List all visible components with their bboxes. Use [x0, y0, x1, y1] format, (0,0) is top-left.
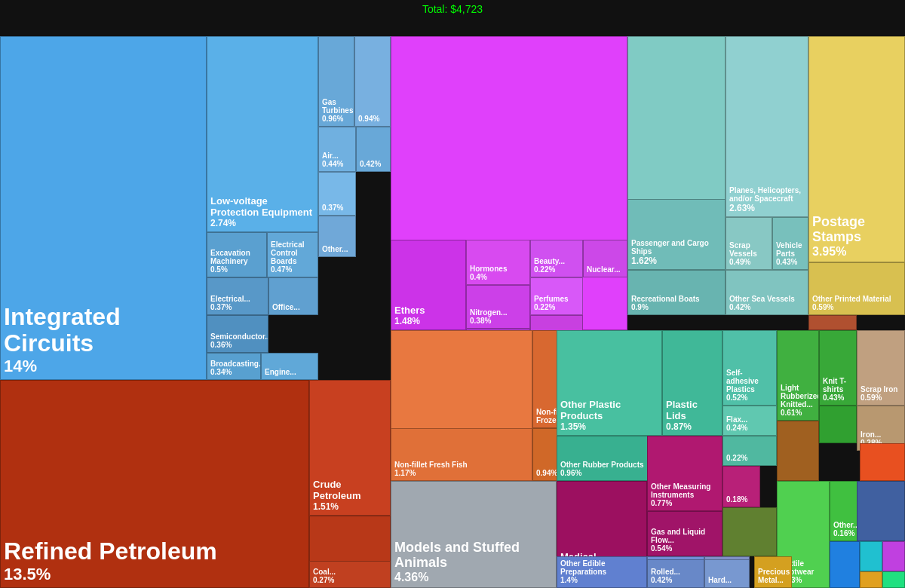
- other-measuring: Other Measuring Instruments0.77%: [647, 436, 722, 511]
- cell-label-vehicle-parts: Vehicle Parts: [776, 241, 805, 258]
- electrical-control: Electrical Control Boards0.47%: [267, 232, 318, 277]
- cell-label-crude-petroleum: Crude Petroleum: [313, 479, 387, 501]
- other-rubber: Other Rubber Products0.96%: [557, 436, 662, 481]
- misc1: [777, 421, 819, 481]
- ethers: Ethers1.48%: [391, 240, 466, 330]
- cell-pct-plastic-lids: 0.87%: [666, 421, 719, 432]
- cell-label-coal-small: Coal...: [313, 568, 387, 576]
- other-printed: Other Printed Material0.59%: [808, 262, 905, 315]
- plastic-lids: Plastic Lids0.87%: [662, 330, 722, 436]
- broadcasting: Broadcasting...0.34%: [207, 353, 261, 380]
- rolled: Rolled...0.42%: [647, 559, 704, 588]
- color-blocks: [860, 443, 905, 481]
- other2: Other...: [318, 216, 356, 257]
- cell-label-ethers: Ethers: [394, 305, 462, 316]
- cell-pct-integrated-circuits: 14%: [4, 357, 203, 376]
- nitrogen: Nitrogen...0.38%: [466, 285, 530, 329]
- cell-label-low-voltage: Low-voltage Protection Equipment: [210, 196, 314, 218]
- cell-pct-small1: 0.42%: [360, 160, 387, 168]
- other-edible2: Other Edible Preparations1.4%: [557, 556, 647, 588]
- cell-pct-scrap-vessels: 0.49%: [729, 258, 768, 266]
- cell-label-self-adhesive: Self-adhesive Plastics: [726, 369, 773, 394]
- cell-pct-coal-small: 0.27%: [313, 576, 387, 584]
- precious-metal: Precious Metal...: [754, 556, 792, 588]
- cell-label-rolled: Rolled...: [651, 568, 701, 576]
- cell-label-refined-petroleum: Refined Petroleum: [4, 538, 305, 565]
- cell-label-other-edible2: Other Edible Preparations: [560, 559, 643, 576]
- cell-pct-postage-stamps: 3.95%: [812, 245, 901, 259]
- electrical2: Electrical...0.37%: [207, 277, 268, 315]
- cell-pct-passenger-cargo: 1.62%: [631, 256, 722, 266]
- cell-pct-small3: 0.22%: [726, 454, 773, 462]
- cell-pct-gas-turbines: 0.96%: [322, 115, 351, 123]
- office: Office...: [268, 277, 318, 315]
- cell-label-plastic-lids: Plastic Lids: [666, 400, 719, 421]
- cell-pct-hormones: 0.4%: [470, 273, 526, 281]
- cell-label-scrap-iron: Scrap Iron: [861, 385, 901, 394]
- scrap-vessels: Scrap Vessels0.49%: [726, 217, 772, 270]
- cell-pct-other-measuring: 0.77%: [651, 499, 719, 507]
- cell-pct-semiconductor: 0.36%: [210, 341, 265, 349]
- crude-petroleum: Crude Petroleum1.51%: [309, 380, 391, 516]
- cell-pct-perfumes: 0.22%: [534, 303, 579, 311]
- cell-label-broadcasting: Broadcasting...: [210, 360, 257, 368]
- color-block2: [830, 541, 860, 588]
- flax: Flax...0.24%: [722, 406, 777, 436]
- passenger-cargo: Passenger and Cargo Ships1.62%: [627, 199, 726, 270]
- cell-pct-other-plastic: 1.35%: [560, 421, 658, 432]
- cell-pct-crude-petroleum: 1.51%: [313, 501, 387, 512]
- cell-label-knit-tshirts: Knit T-shirts: [823, 377, 853, 394]
- cell-label-non-fillet-fresh: Non-fillet Fresh Fish: [394, 461, 529, 469]
- gas-liquid-flow: Gas and Liquid Flow...0.54%: [647, 511, 722, 556]
- vehicle-parts: Vehicle Parts0.43%: [772, 217, 808, 270]
- hormones: Hormones0.4%: [466, 240, 530, 285]
- cell-pct-other-rubber: 0.96%: [560, 469, 658, 477]
- hard: Hard...: [704, 559, 750, 588]
- cell-label-precious-metal: Precious Metal...: [758, 568, 788, 584]
- scrap-iron: Scrap Iron0.59%: [857, 330, 905, 406]
- small3: 0.22%: [722, 436, 777, 466]
- cell-label-flax: Flax...: [726, 415, 773, 424]
- small4: 0.18%: [722, 466, 760, 507]
- cell-label-postage-stamps: Postage Stamps: [812, 215, 901, 245]
- cell-label-electrical-control: Electrical Control Boards: [271, 240, 314, 265]
- cell-pct-light-rubberized: 0.61%: [781, 409, 815, 417]
- cell-pct-low-voltage: 2.74%: [210, 218, 314, 228]
- cell-pct-vehicle-parts: 0.43%: [776, 258, 805, 266]
- color-block6: [882, 571, 905, 588]
- cell-label-gas-turbines: Gas Turbines: [322, 98, 351, 115]
- cell-label-iron-small: Iron...: [861, 430, 901, 439]
- small2: 0.37%: [318, 172, 356, 216]
- cell-label-other-measuring: Other Measuring Instruments: [651, 482, 719, 499]
- nuclear: Nuclear...: [583, 240, 627, 277]
- cell-pct-flax: 0.24%: [726, 424, 773, 432]
- cell-label-semiconductor: Semiconductor...: [210, 332, 265, 341]
- cell-label-engine: Engine...: [265, 368, 314, 376]
- cell-label-passenger-cargo: Passenger and Cargo Ships: [631, 239, 722, 256]
- recreational-boats: Recreational Boats0.9%: [627, 270, 726, 315]
- cell-label-electrical2: Electrical...: [210, 295, 265, 303]
- cell-label-perfumes: Perfumes: [534, 295, 579, 303]
- cell-pct-other-sea: 0.42%: [729, 303, 805, 311]
- cell-label-nitrogen: Nitrogen...: [470, 308, 526, 317]
- gas-turbines: Gas Turbines0.96%: [318, 36, 354, 127]
- color-block5: [860, 571, 882, 588]
- cell-label-light-rubberized: Light Rubberized Knitted...: [781, 384, 815, 409]
- cell-label-other-sea: Other Sea Vessels: [729, 295, 805, 303]
- cell-label-integrated-circuits: Integrated Circuits: [4, 304, 203, 357]
- other-small: Other...0.16%: [830, 481, 860, 541]
- cell-pct-broadcasting: 0.34%: [210, 368, 257, 376]
- cell-pct-beauty: 0.22%: [534, 265, 579, 274]
- cell-label-other-rubber: Other Rubber Products: [560, 461, 658, 469]
- cell-label-scrap-vessels: Scrap Vessels: [729, 241, 768, 258]
- cell-pct-rolled: 0.42%: [651, 576, 701, 584]
- cell-pct-nitrogen: 0.38%: [470, 317, 526, 325]
- planes: Planes, Helicopters, and/or Spacecraft2.…: [726, 36, 808, 217]
- cell-pct-planes: 2.63%: [729, 203, 805, 213]
- cell-label-hard: Hard...: [708, 576, 746, 584]
- small1: 0.42%: [356, 127, 391, 172]
- knit-small: [819, 406, 857, 443]
- light-rubberized: Light Rubberized Knitted...0.61%: [777, 330, 819, 421]
- other-plastic: Other Plastic Products1.35%: [557, 330, 662, 436]
- cell-label-nuclear: Nuclear...: [587, 265, 624, 274]
